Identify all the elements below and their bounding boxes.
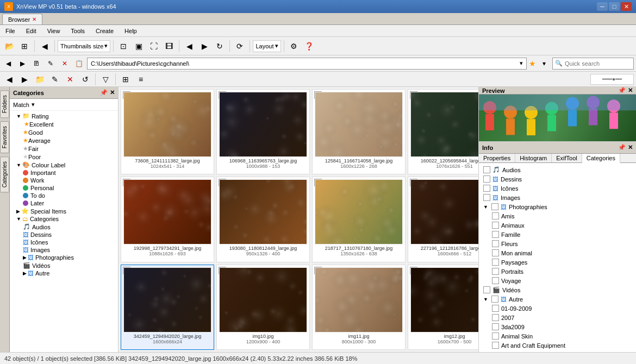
nav-next[interactable]: ▶: [197, 39, 211, 53]
thumb-item-2[interactable]: 106968_1163965763_large.jpg 1000x988 - 1…: [216, 89, 310, 174]
info-cat-icones[interactable]: 🖼 Icônes: [481, 184, 634, 193]
autre-checkbox[interactable]: [491, 296, 498, 303]
famille-checkbox[interactable]: [492, 231, 499, 238]
tree-personal[interactable]: Personal: [10, 184, 118, 192]
dessins-checkbox[interactable]: [483, 175, 490, 183]
info-cat-images[interactable]: 🖼 Images: [481, 193, 634, 202]
thumbnail-grid[interactable]: 73608_1241111382_large.jpg 1024x541 - 31…: [119, 87, 478, 352]
images-checkbox[interactable]: [483, 194, 490, 201]
menu-create[interactable]: Create: [90, 27, 119, 35]
thumb-item-1[interactable]: 73608_1241111382_large.jpg 1024x541 - 31…: [121, 89, 214, 174]
tree-audios[interactable]: 🎵 Audios: [10, 223, 118, 231]
tree-later[interactable]: Later: [10, 199, 118, 207]
photo-info-expand[interactable]: ▼: [483, 204, 488, 210]
tree-special-section[interactable]: ▶ ⭐ Special Items: [10, 207, 118, 215]
menu-edit[interactable]: Edit: [21, 27, 42, 35]
menu-view[interactable]: View: [42, 27, 66, 35]
preview-close-icon[interactable]: ✕: [628, 87, 633, 94]
paysages-checkbox[interactable]: [492, 259, 499, 266]
special-expand-arrow[interactable]: ▶: [16, 209, 20, 214]
info-pin-icon[interactable]: 📌: [618, 144, 626, 151]
cat3da2009-checkbox[interactable]: [492, 323, 499, 330]
thumb-item-5[interactable]: 192998_1279734291_large.jpg 1088x1626 - …: [121, 177, 214, 262]
preview-pin-icon[interactable]: 📌: [618, 87, 626, 94]
thumb-item-12[interactable]: img12.jpg 1600x700 - 500: [408, 265, 478, 350]
folders-sidetab[interactable]: Folders: [0, 90, 9, 118]
animaux-checkbox[interactable]: [492, 222, 499, 229]
amis-checkbox[interactable]: [492, 212, 499, 219]
menu-help[interactable]: Help: [119, 27, 142, 35]
browser-tab[interactable]: Browser ✕: [2, 14, 42, 24]
menu-file[interactable]: File: [0, 27, 21, 35]
tree-todo[interactable]: To do: [10, 192, 118, 199]
tree-colour-section[interactable]: ▼ 🎨 Colour Label: [10, 161, 118, 169]
tree-categories-section[interactable]: ▼ 🗂 Categories: [10, 215, 118, 223]
tree-good[interactable]: ★ Good: [10, 128, 118, 136]
thumb-item-10[interactable]: img10.jpg 1200x900 - 400: [216, 265, 310, 350]
info-cat-portraits[interactable]: Portraits: [481, 267, 634, 276]
autre-expand-arrow[interactable]: ▶: [23, 271, 27, 276]
address-input[interactable]: [91, 60, 520, 67]
back-button[interactable]: ◀: [38, 39, 52, 53]
icones-checkbox[interactable]: [483, 185, 490, 192]
info-cat-audios[interactable]: 🎵 Audios: [481, 165, 634, 174]
tree-photographies[interactable]: ▶ 🖼 Photographies: [10, 254, 118, 261]
info-cat-paysages[interactable]: Paysages: [481, 258, 634, 267]
view-filmstrip[interactable]: 🎞: [162, 39, 176, 53]
addr-up-button[interactable]: 🖹: [30, 58, 42, 70]
thumb-item-9[interactable]: 342459_1294942020_large.jpg 1600x666x24: [121, 265, 214, 350]
favorites-sidetab[interactable]: Favorites: [0, 121, 9, 153]
info-cat-dessins[interactable]: 🖼 Dessins: [481, 174, 634, 184]
nav-prev[interactable]: ◀: [182, 39, 196, 53]
audios-checkbox[interactable]: [483, 166, 490, 173]
tree-excellent[interactable]: ★ Excellent: [10, 120, 118, 128]
cat2009-checkbox[interactable]: [492, 305, 499, 312]
portraits-checkbox[interactable]: [492, 268, 499, 275]
info-cat-photographies[interactable]: ▼ 🖼 Photographies: [481, 202, 634, 211]
info-cat-2009[interactable]: 01-09-2009: [481, 304, 634, 313]
fleurs-checkbox[interactable]: [492, 240, 499, 247]
minimize-button[interactable]: ─: [597, 2, 608, 11]
info-cat-monanimal[interactable]: Mon animal: [481, 248, 634, 258]
thumb-size-medium[interactable]: ▣: [132, 39, 146, 53]
info-cat-animaux[interactable]: Animaux: [481, 221, 634, 230]
tb2-delete[interactable]: ✕: [63, 72, 77, 86]
tb2-back[interactable]: ◀: [2, 72, 16, 86]
panel-close-icon[interactable]: ✕: [110, 89, 115, 96]
photographies-checkbox[interactable]: [491, 203, 498, 210]
tree-work[interactable]: Work: [10, 177, 118, 184]
tb2-forward[interactable]: ▶: [17, 72, 32, 86]
tb2-move[interactable]: ↺: [78, 72, 92, 86]
refresh-button[interactable]: ↻: [213, 39, 227, 53]
thumbnails-size-dropdown[interactable]: Thumbnails size ▾: [58, 40, 110, 52]
tree-dessins[interactable]: 🖼 Dessins: [10, 231, 118, 239]
autre-info-expand[interactable]: ▼: [483, 297, 488, 302]
favorites-star-icon[interactable]: ★: [529, 59, 536, 68]
tab-histogram[interactable]: Histogram: [515, 154, 552, 162]
thumb-item-11[interactable]: img11.jpg 800x1000 - 300: [312, 265, 406, 350]
rating-expand-arrow[interactable]: ▼: [16, 114, 21, 119]
close-button[interactable]: ✕: [621, 2, 632, 11]
tree-poor[interactable]: ★ Poor: [10, 153, 118, 161]
tree-autre[interactable]: ▶ 🖼 Autre: [10, 269, 118, 277]
match-dropdown[interactable]: ▾: [32, 101, 35, 108]
tb2-new-folder[interactable]: 📁: [33, 72, 47, 86]
info-cat-fleurs[interactable]: Fleurs: [481, 239, 634, 248]
cat2007-checkbox[interactable]: [492, 314, 499, 321]
info-cat-artcraft[interactable]: Art and Craft Equipment: [481, 341, 634, 350]
menu-tools[interactable]: Tools: [65, 27, 90, 35]
addr-back-button[interactable]: ◀: [2, 58, 14, 70]
view-fullscreen[interactable]: ⛶: [147, 39, 161, 53]
search-input[interactable]: [565, 60, 631, 67]
tree-fair[interactable]: ★ Fair: [10, 145, 118, 153]
layout-dropdown[interactable]: Layout ▾: [253, 40, 280, 52]
categories-sidetab[interactable]: Categories: [0, 156, 9, 192]
zoom-slider-area[interactable]: ━━━●━━: [590, 74, 634, 85]
thumb-size-small[interactable]: ⊡: [116, 39, 130, 53]
tree-images[interactable]: 🖼 Images: [10, 246, 118, 254]
thumb-item-6[interactable]: 193080_1180812449_large.jpg 950x1326 - 4…: [216, 177, 310, 262]
search-box[interactable]: 🔍: [552, 58, 634, 70]
tree-rating-section[interactable]: ▼ 📁 Rating: [10, 112, 118, 120]
tab-close-icon[interactable]: ✕: [32, 16, 36, 22]
address-input-box[interactable]: ▾: [87, 58, 527, 70]
